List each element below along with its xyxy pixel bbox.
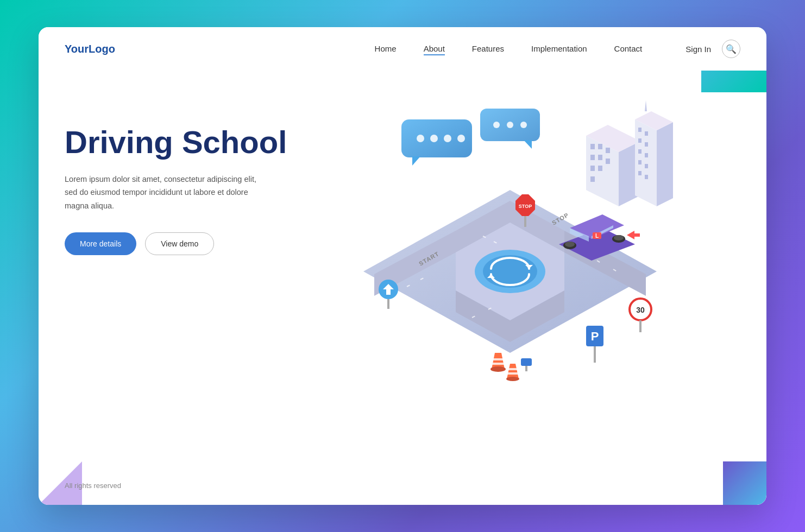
- svg-point-30: [444, 135, 451, 142]
- svg-point-86: [614, 235, 624, 240]
- nav-item-about[interactable]: About: [424, 44, 445, 54]
- svg-rect-17: [645, 131, 648, 136]
- svg-point-28: [417, 135, 424, 142]
- svg-rect-62: [387, 299, 389, 309]
- svg-rect-6: [590, 155, 595, 160]
- view-demo-button[interactable]: View demo: [145, 232, 214, 255]
- svg-point-34: [493, 122, 500, 128]
- hero-title: Driving School: [65, 125, 293, 160]
- svg-rect-10: [598, 166, 602, 171]
- svg-rect-23: [645, 164, 648, 168]
- svg-rect-71: [492, 363, 505, 365]
- svg-rect-74: [507, 368, 519, 370]
- svg-text:30: 30: [636, 306, 645, 314]
- svg-point-31: [457, 135, 465, 142]
- svg-point-29: [430, 135, 438, 142]
- svg-marker-33: [524, 140, 532, 149]
- svg-rect-11: [590, 176, 595, 182]
- svg-rect-70: [492, 358, 505, 360]
- nav-item-implementation[interactable]: Implementation: [531, 44, 587, 54]
- svg-point-35: [507, 122, 513, 128]
- left-panel: Driving School Lorem ipsum dolor sit ame…: [65, 92, 293, 255]
- cta-buttons: More details View demo: [65, 232, 293, 255]
- nav-right: Sign In 🔍: [685, 40, 740, 58]
- svg-text:STOP: STOP: [519, 204, 532, 209]
- svg-point-36: [520, 122, 527, 128]
- svg-rect-25: [645, 175, 648, 179]
- svg-rect-9: [590, 166, 595, 171]
- nav-item-home[interactable]: Home: [375, 44, 397, 54]
- nav-links: Home About Features Implementation Conta…: [375, 44, 643, 54]
- svg-rect-65: [594, 346, 596, 363]
- main-content: Driving School Lorem ipsum dolor sit ame…: [39, 71, 766, 483]
- illustration: START STOP STOP: [320, 92, 700, 451]
- svg-rect-16: [638, 128, 642, 132]
- main-card: YourLogo Home About Features Implementat…: [39, 27, 766, 505]
- svg-rect-24: [638, 171, 642, 175]
- svg-rect-78: [525, 366, 527, 371]
- nav-item-features[interactable]: Features: [472, 44, 504, 54]
- svg-point-44: [483, 255, 537, 288]
- svg-rect-77: [521, 358, 532, 366]
- svg-rect-7: [598, 155, 602, 160]
- svg-rect-3: [590, 144, 595, 149]
- svg-marker-27: [412, 156, 420, 166]
- svg-rect-4: [598, 144, 602, 149]
- svg-rect-21: [645, 153, 648, 157]
- svg-rect-68: [639, 320, 642, 332]
- svg-rect-75: [507, 372, 519, 375]
- svg-rect-19: [645, 142, 648, 147]
- svg-point-76: [506, 377, 519, 381]
- svg-rect-8: [606, 159, 610, 164]
- svg-marker-89: [627, 231, 640, 239]
- more-details-button[interactable]: More details: [65, 232, 136, 255]
- svg-text:L: L: [595, 233, 599, 239]
- svg-point-72: [490, 366, 506, 372]
- footer: All rights reserved: [65, 482, 121, 490]
- search-button[interactable]: 🔍: [722, 40, 740, 58]
- search-icon: 🔍: [726, 44, 737, 54]
- right-panel: START STOP STOP: [293, 92, 740, 461]
- svg-rect-5: [606, 148, 610, 153]
- svg-point-84: [565, 242, 575, 247]
- logo: YourLogo: [65, 43, 115, 55]
- svg-marker-13: [657, 122, 673, 206]
- svg-rect-22: [638, 160, 642, 164]
- svg-rect-59: [524, 216, 526, 227]
- svg-rect-18: [638, 138, 642, 143]
- svg-marker-15: [645, 100, 647, 111]
- navbar: YourLogo Home About Features Implementat…: [39, 27, 766, 71]
- nav-item-contact[interactable]: Contact: [614, 44, 643, 54]
- copyright-text: All rights reserved: [65, 482, 121, 490]
- svg-rect-20: [638, 149, 642, 154]
- svg-marker-73: [507, 364, 519, 379]
- svg-text:P: P: [591, 330, 599, 343]
- signin-button[interactable]: Sign In: [685, 45, 711, 54]
- hero-description: Lorem ipsum dolor sit amet, consectetur …: [65, 173, 260, 213]
